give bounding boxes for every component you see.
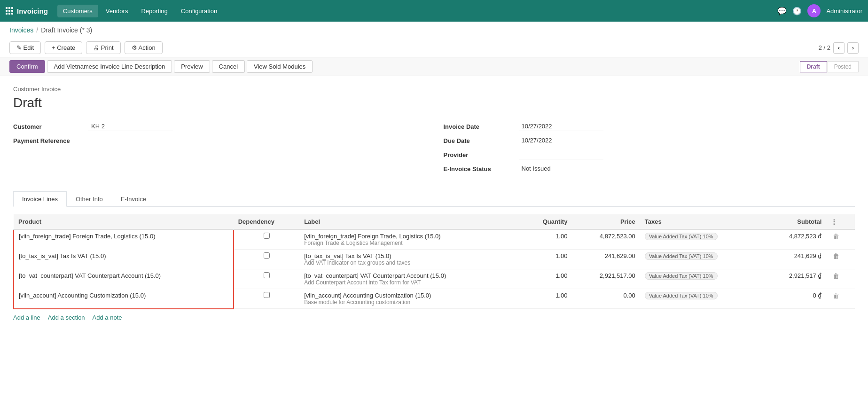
subtotal-cell: 2,921,517 ₫	[759, 269, 826, 289]
fields-left: Customer KH 2 Payment Reference	[13, 122, 425, 178]
avatar[interactable]: A	[807, 4, 821, 17]
customer-label: Customer	[13, 123, 88, 130]
app-name: Invoicing	[17, 7, 48, 15]
breadcrumb-separator: /	[36, 26, 38, 34]
price-cell[interactable]: 2,921,517.00	[572, 269, 640, 289]
action-button[interactable]: ⚙ Action	[125, 41, 163, 54]
pagination-text: 2 / 2	[819, 44, 830, 51]
app-logo[interactable]: Invoicing	[6, 7, 48, 15]
quantity-cell[interactable]: 1.00	[518, 269, 572, 289]
col-subtotal: Subtotal	[759, 214, 826, 229]
clock-icon[interactable]: 🕐	[792, 7, 802, 16]
create-button[interactable]: + Create	[45, 41, 82, 54]
payment-ref-field-row: Payment Reference	[13, 136, 425, 145]
taxes-cell: Value Added Tax (VAT) 10%	[640, 269, 759, 289]
delete-row-button[interactable]: 🗑	[831, 252, 841, 260]
view-sold-modules-button[interactable]: View Sold Modules	[247, 60, 313, 73]
nav-vendors[interactable]: Vendors	[100, 5, 134, 17]
invoice-date-value[interactable]: 10/27/2022	[519, 122, 603, 131]
status-posted: Posted	[827, 61, 859, 72]
prev-page-button[interactable]: ‹	[833, 42, 845, 54]
product-cell[interactable]: [to_vat_counterpart] VAT Counterpart Acc…	[14, 269, 234, 289]
product-cell[interactable]: [to_tax_is_vat] Tax Is VAT (15.0)	[14, 250, 234, 269]
nav-reporting[interactable]: Reporting	[135, 5, 173, 17]
add-section-link[interactable]: Add a section	[48, 314, 85, 321]
delete-cell: 🗑	[826, 289, 855, 309]
invoice-type: Customer Invoice	[13, 86, 855, 93]
invoice-lines-table: Product Dependency Label Quantity Price …	[13, 214, 855, 309]
customer-field-row: Customer KH 2	[13, 122, 425, 131]
dependency-checkbox[interactable]	[264, 292, 270, 298]
dependency-cell	[234, 289, 299, 309]
provider-label: Provider	[444, 151, 519, 158]
product-cell[interactable]: [viin_account] Accounting Customization …	[14, 289, 234, 309]
provider-row: Provider	[444, 150, 855, 159]
quantity-cell[interactable]: 1.00	[518, 289, 572, 309]
tax-badge: Value Added Tax (VAT) 10%	[645, 272, 718, 280]
label-cell: [to_tax_is_vat] Tax Is VAT (15.0)Add VAT…	[299, 250, 518, 269]
fields-right: Invoice Date 10/27/2022 Due Date 10/27/2…	[444, 122, 855, 178]
delete-row-button[interactable]: 🗑	[831, 292, 841, 299]
price-cell[interactable]: 241,629.00	[572, 250, 640, 269]
taxes-cell: Value Added Tax (VAT) 10%	[640, 289, 759, 309]
einvoice-status-value: Not Issued	[519, 164, 603, 173]
nav-configuration[interactable]: Configuration	[175, 5, 223, 17]
product-cell[interactable]: [viin_foreign_trade] Foreign Trade, Logi…	[14, 229, 234, 250]
provider-value[interactable]	[519, 150, 603, 159]
taxes-cell: Value Added Tax (VAT) 10%	[640, 250, 759, 269]
taxes-cell: Value Added Tax (VAT) 10%	[640, 229, 759, 250]
dependency-checkbox[interactable]	[264, 233, 270, 239]
add-vn-invoice-button[interactable]: Add Vietnamese Invoice Line Description	[47, 60, 172, 73]
table-row: [to_vat_counterpart] VAT Counterpart Acc…	[14, 269, 855, 289]
tab-einvoice[interactable]: E-Invoice	[112, 191, 155, 206]
due-date-row: Due Date 10/27/2022	[444, 136, 855, 145]
breadcrumb-parent[interactable]: Invoices	[9, 26, 33, 34]
delete-row-button[interactable]: 🗑	[831, 233, 841, 240]
dependency-cell	[234, 269, 299, 289]
col-price: Price	[572, 214, 640, 229]
price-cell[interactable]: 0.00	[572, 289, 640, 309]
chat-icon[interactable]: 💬	[777, 7, 787, 16]
col-dependency: Dependency	[234, 214, 299, 229]
cancel-button[interactable]: Cancel	[212, 60, 245, 73]
tax-badge: Value Added Tax (VAT) 10%	[645, 233, 718, 240]
top-navigation: Invoicing Customers Vendors Reporting Co…	[0, 0, 868, 22]
col-taxes: Taxes	[640, 214, 759, 229]
header-right: 💬 🕐 A Administrator	[777, 4, 862, 17]
delete-row-button[interactable]: 🗑	[831, 272, 841, 280]
dependency-checkbox[interactable]	[264, 252, 270, 259]
payment-ref-value[interactable]	[88, 136, 173, 145]
fields-section: Customer KH 2 Payment Reference Invoice …	[13, 122, 855, 178]
tab-invoice-lines[interactable]: Invoice Lines	[13, 191, 67, 207]
quantity-cell[interactable]: 1.00	[518, 229, 572, 250]
table-row: [to_tax_is_vat] Tax Is VAT (15.0)[to_tax…	[14, 250, 855, 269]
due-date-value[interactable]: 10/27/2022	[519, 136, 603, 145]
quantity-cell[interactable]: 1.00	[518, 250, 572, 269]
main-nav: Customers Vendors Reporting Configuratio…	[57, 5, 223, 17]
subtotal-cell: 0 ₫	[759, 289, 826, 309]
edit-button[interactable]: ✎ Edit	[9, 41, 41, 54]
preview-button[interactable]: Preview	[174, 60, 210, 73]
invoice-date-row: Invoice Date 10/27/2022	[444, 122, 855, 131]
add-note-link[interactable]: Add a note	[93, 314, 122, 321]
action-bar: Confirm Add Vietnamese Invoice Line Desc…	[0, 57, 868, 76]
price-cell[interactable]: 4,872,523.00	[572, 229, 640, 250]
admin-name: Administrator	[826, 8, 862, 15]
grid-icon	[6, 7, 13, 15]
col-quantity: Quantity	[518, 214, 572, 229]
confirm-button[interactable]: Confirm	[9, 60, 45, 73]
dependency-cell	[234, 229, 299, 250]
add-line-link[interactable]: Add a line	[13, 314, 40, 321]
breadcrumb-current: Draft Invoice (* 3)	[41, 26, 92, 34]
due-date-label: Due Date	[444, 137, 519, 144]
customer-value[interactable]: KH 2	[88, 122, 173, 131]
dependency-checkbox[interactable]	[264, 272, 270, 278]
nav-customers[interactable]: Customers	[57, 5, 98, 17]
col-more: ⋮	[826, 214, 855, 229]
next-page-button[interactable]: ›	[847, 42, 859, 54]
label-cell: [viin_account] Accounting Customization …	[299, 289, 518, 309]
label-cell: [viin_foreign_trade] Foreign Trade, Logi…	[299, 229, 518, 250]
tab-other-info[interactable]: Other Info	[67, 191, 112, 206]
print-button[interactable]: 🖨 Print	[86, 41, 120, 54]
page-content: Customer Invoice Draft Customer KH 2 Pay…	[0, 76, 868, 335]
